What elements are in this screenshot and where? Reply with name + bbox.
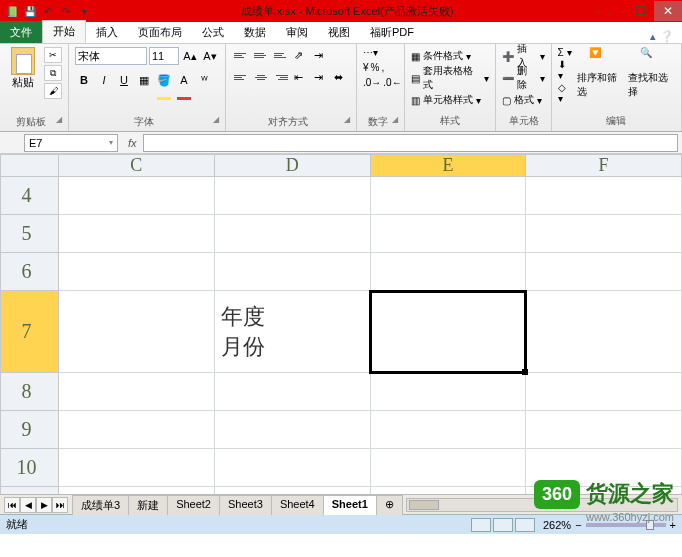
page-break-view-icon[interactable]: [515, 518, 535, 532]
align-center-icon[interactable]: [252, 69, 270, 85]
sort-filter-button[interactable]: 🔽 排序和筛选: [577, 47, 624, 99]
shrink-font-icon[interactable]: A▾: [201, 47, 219, 65]
border-button[interactable]: ▦: [135, 71, 153, 89]
sheet-nav-next-icon[interactable]: ▶: [36, 497, 52, 513]
row-header-8[interactable]: 8: [1, 373, 59, 411]
name-box-dropdown-icon[interactable]: ▾: [109, 138, 113, 147]
ribbon-minimize-icon[interactable]: ▴: [650, 30, 656, 43]
align-left-icon[interactable]: [232, 69, 250, 85]
format-cells-button[interactable]: ▢格式 ▾: [502, 91, 542, 109]
tab-foxit-pdf[interactable]: 福昕PDF: [360, 22, 424, 43]
align-bottom-icon[interactable]: [272, 47, 290, 63]
cell-styles-button[interactable]: ▥单元格样式 ▾: [411, 91, 481, 109]
sheet-nav-first-icon[interactable]: ⏮: [4, 497, 20, 513]
decrease-decimal-icon[interactable]: .0←: [383, 77, 401, 88]
font-name-select[interactable]: [75, 47, 147, 65]
column-header-D[interactable]: D: [214, 155, 370, 177]
cell-E7[interactable]: [370, 291, 526, 373]
italic-button[interactable]: I: [95, 71, 113, 89]
zoom-slider[interactable]: [586, 523, 666, 527]
align-right-icon[interactable]: [272, 69, 290, 85]
cell-E10[interactable]: [370, 449, 526, 487]
qat-dropdown-icon[interactable]: ▾: [76, 3, 92, 19]
cell-C7[interactable]: [59, 291, 215, 373]
select-all-corner[interactable]: [1, 155, 59, 177]
row-header-11[interactable]: 11: [1, 487, 59, 495]
orientation-icon[interactable]: ⇗: [292, 47, 310, 63]
cell-D11[interactable]: [214, 487, 370, 495]
undo-icon[interactable]: ↶: [40, 3, 56, 19]
cell-D5[interactable]: [214, 215, 370, 253]
wrap-text-button[interactable]: ⇥: [312, 47, 330, 63]
number-format-select[interactable]: ⋯▾: [363, 47, 378, 58]
close-button[interactable]: ✕: [654, 1, 682, 21]
cell-E11[interactable]: [370, 487, 526, 495]
sheet-tab-Sheet1[interactable]: Sheet1: [323, 495, 377, 515]
scrollbar-thumb[interactable]: [409, 500, 439, 510]
tab-insert[interactable]: 插入: [86, 22, 128, 43]
cell-F5[interactable]: [526, 215, 682, 253]
spreadsheet-grid[interactable]: CDEF4567年度 月份891011: [0, 154, 682, 494]
align-top-icon[interactable]: [232, 47, 250, 63]
cell-E8[interactable]: [370, 373, 526, 411]
cell-C4[interactable]: [59, 177, 215, 215]
tab-view[interactable]: 视图: [318, 22, 360, 43]
conditional-format-button[interactable]: ▦条件格式 ▾: [411, 47, 471, 65]
cell-F8[interactable]: [526, 373, 682, 411]
cell-F4[interactable]: [526, 177, 682, 215]
find-select-button[interactable]: 🔍 查找和选择: [628, 47, 675, 99]
sheet-tab-成绩单3[interactable]: 成绩单3: [72, 495, 129, 515]
row-header-6[interactable]: 6: [1, 253, 59, 291]
cell-C10[interactable]: [59, 449, 215, 487]
cell-D7[interactable]: 年度 月份: [214, 291, 370, 373]
comma-icon[interactable]: ,: [381, 62, 384, 73]
sheet-tab-Sheet4[interactable]: Sheet4: [271, 495, 324, 515]
redo-icon[interactable]: ↷: [58, 3, 74, 19]
minimize-button[interactable]: —: [598, 1, 626, 21]
insert-cells-button[interactable]: ➕插入 ▾: [502, 47, 544, 65]
column-header-F[interactable]: F: [526, 155, 682, 177]
currency-icon[interactable]: ¥: [363, 62, 369, 73]
formula-input[interactable]: [143, 134, 678, 152]
cell-C9[interactable]: [59, 411, 215, 449]
copy-icon[interactable]: ⧉: [44, 65, 62, 81]
cell-C5[interactable]: [59, 215, 215, 253]
cell-D9[interactable]: [214, 411, 370, 449]
clear-icon[interactable]: ◇ ▾: [558, 82, 573, 104]
align-middle-icon[interactable]: [252, 47, 270, 63]
new-sheet-button[interactable]: ⊕: [376, 495, 403, 515]
normal-view-icon[interactable]: [471, 518, 491, 532]
tab-formulas[interactable]: 公式: [192, 22, 234, 43]
row-header-9[interactable]: 9: [1, 411, 59, 449]
tab-data[interactable]: 数据: [234, 22, 276, 43]
sheet-nav-prev-icon[interactable]: ◀: [20, 497, 36, 513]
tab-home[interactable]: 开始: [42, 20, 86, 43]
font-size-select[interactable]: [149, 47, 179, 65]
cell-D6[interactable]: [214, 253, 370, 291]
column-header-C[interactable]: C: [59, 155, 215, 177]
underline-button[interactable]: U: [115, 71, 133, 89]
name-box[interactable]: E7▾: [24, 134, 118, 152]
cell-E9[interactable]: [370, 411, 526, 449]
row-header-10[interactable]: 10: [1, 449, 59, 487]
fx-icon[interactable]: fx: [128, 137, 137, 149]
alignment-launcher-icon[interactable]: ◢: [344, 115, 350, 124]
sheet-tab-Sheet3[interactable]: Sheet3: [219, 495, 272, 515]
fill-icon[interactable]: ⬇ ▾: [558, 59, 573, 81]
merge-center-button[interactable]: ⬌: [332, 69, 350, 85]
maximize-button[interactable]: ☐: [626, 1, 654, 21]
delete-cells-button[interactable]: ➖删除 ▾: [502, 69, 544, 87]
fill-color-button[interactable]: 🪣: [155, 71, 173, 89]
cell-F6[interactable]: [526, 253, 682, 291]
increase-decimal-icon[interactable]: .0→: [363, 77, 381, 88]
cut-icon[interactable]: ✂: [44, 47, 62, 63]
cell-D4[interactable]: [214, 177, 370, 215]
sheet-nav-last-icon[interactable]: ⏭: [52, 497, 68, 513]
row-header-5[interactable]: 5: [1, 215, 59, 253]
row-header-4[interactable]: 4: [1, 177, 59, 215]
cell-C8[interactable]: [59, 373, 215, 411]
cell-E6[interactable]: [370, 253, 526, 291]
tab-page-layout[interactable]: 页面布局: [128, 22, 192, 43]
cell-F9[interactable]: [526, 411, 682, 449]
save-icon[interactable]: 💾: [22, 3, 38, 19]
